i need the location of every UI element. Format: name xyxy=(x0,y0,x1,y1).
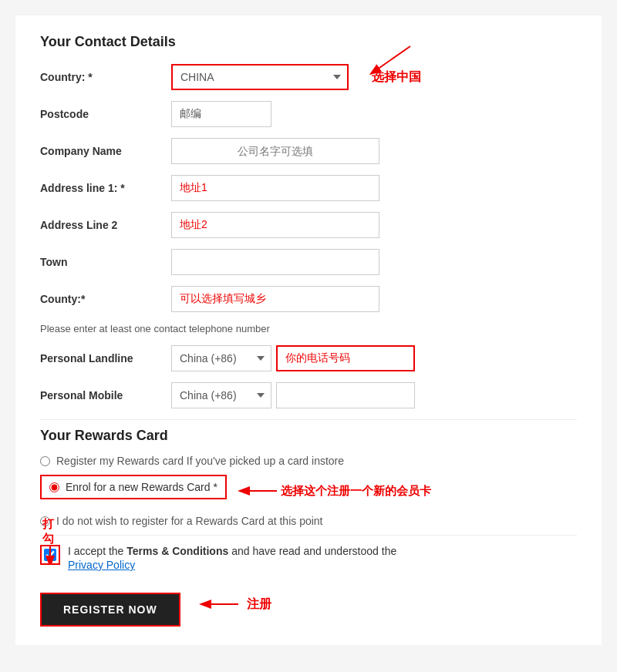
divider2 xyxy=(40,535,577,536)
town-row: Town xyxy=(40,249,577,275)
postcode-input[interactable] xyxy=(171,101,271,127)
privacy-policy-link[interactable]: Privacy Policy xyxy=(68,559,396,571)
enrol-new-radio[interactable] xyxy=(49,482,59,492)
company-input[interactable] xyxy=(171,138,379,164)
register-existing-label: Register my Rewards card If you've picke… xyxy=(56,455,344,467)
mobile-inputs: China (+86) xyxy=(171,382,415,408)
address1-row: Address line 1: * xyxy=(40,175,577,201)
terms-text-block: I accept the Terms & Conditions and have… xyxy=(68,545,396,571)
country-row: Country: * CHINA 选择中国 xyxy=(40,64,577,90)
select-china-arrow xyxy=(356,42,426,81)
register-existing-radio[interactable] xyxy=(40,456,50,466)
phone-note: Please enter at least one contact teleph… xyxy=(40,323,577,334)
landline-number-input[interactable] xyxy=(276,345,415,371)
company-row: Company Name xyxy=(40,138,577,164)
landline-label: Personal Landline xyxy=(40,352,171,365)
enrol-new-row: Enrol for a new Rewards Card * xyxy=(40,475,227,499)
postcode-label: Postcode xyxy=(40,108,171,120)
terms-prefix: I a xyxy=(68,545,80,557)
postcode-row: Postcode xyxy=(40,101,577,127)
county-label: County:* xyxy=(40,293,171,305)
enrol-new-arrow xyxy=(234,479,281,502)
country-select[interactable]: CHINA xyxy=(171,64,349,90)
register-now-button[interactable]: REGISTER NOW xyxy=(40,593,180,627)
mobile-number-input[interactable] xyxy=(276,382,415,408)
landline-row: Personal Landline China (+86) xyxy=(40,345,577,371)
county-input[interactable] xyxy=(171,286,379,312)
radio-register-existing-row: Register my Rewards card If you've picke… xyxy=(40,455,577,467)
mobile-label: Personal Mobile xyxy=(40,389,171,402)
landline-country-select[interactable]: China (+86) xyxy=(171,345,271,371)
divider xyxy=(40,419,577,420)
register-arrow xyxy=(196,593,242,616)
mobile-row: Personal Mobile China (+86) xyxy=(40,382,577,408)
mobile-country-select[interactable]: China (+86) xyxy=(171,382,271,408)
town-label: Town xyxy=(40,256,171,268)
county-row: County:* xyxy=(40,286,577,312)
address1-label: Address line 1: * xyxy=(40,182,171,194)
company-label: Company Name xyxy=(40,145,171,157)
main-container: Your Contact Details Country: * CHINA 选择… xyxy=(15,15,602,645)
enrol-new-annotation: 选择这个注册一个新的会员卡 xyxy=(281,484,431,499)
section-title: Your Contact Details xyxy=(40,34,577,50)
no-register-label: I do not wish to register for a Rewards … xyxy=(56,515,323,527)
address2-label: Address Line 2 xyxy=(40,219,171,231)
terms-prefix2: ccept the xyxy=(80,545,127,557)
address1-input[interactable] xyxy=(171,175,379,201)
landline-inputs: China (+86) xyxy=(171,345,415,371)
svg-line-0 xyxy=(372,46,410,73)
address2-input[interactable] xyxy=(171,212,379,238)
register-annotation: 注册 xyxy=(247,596,271,613)
radio-no-register-row: I do not wish to register for a Rewards … xyxy=(40,515,577,527)
rewards-section-title: Your Rewards Card xyxy=(40,428,577,444)
address2-row: Address Line 2 xyxy=(40,212,577,238)
terms-middle: and have read and understood the xyxy=(228,545,396,557)
tick-arrow xyxy=(42,546,58,565)
enrol-new-label: Enrol for a new Rewards Card * xyxy=(66,481,217,493)
town-input[interactable] xyxy=(171,249,379,275)
country-label: Country: * xyxy=(40,71,171,83)
tick-annotation: 打勾 xyxy=(42,517,58,546)
terms-conditions-link[interactable]: Terms & Conditions xyxy=(126,545,228,557)
